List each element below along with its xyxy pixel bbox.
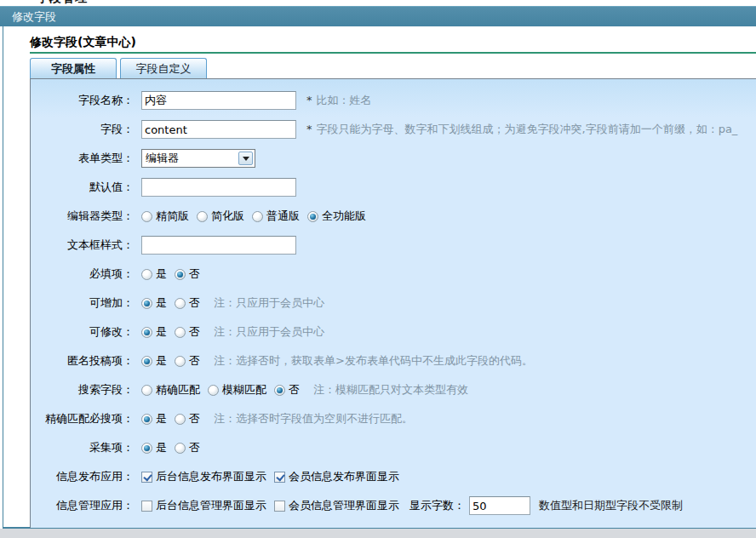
radio-button-icon	[141, 211, 152, 222]
form-row-editor-type: 编辑器类型：精简版简化版普通版全功能版	[31, 202, 756, 231]
form-row-publish-display: 信息发布应用：后台信息发布界面显示会员信息发布界面显示	[31, 462, 756, 491]
radio-option-是[interactable]: 是	[141, 266, 167, 282]
field-name-input[interactable]	[141, 91, 296, 110]
radio-label: 精简版	[156, 209, 189, 224]
page-title: 修改字段(文章中心)	[30, 26, 756, 54]
field-label-textbox-style: 文本框样式：	[31, 238, 141, 253]
radio-label: 精确匹配	[156, 382, 200, 398]
display-count-input[interactable]	[469, 496, 530, 515]
form-row-form-type: 表单类型：编辑器	[31, 144, 756, 173]
field-hint: *比如：姓名	[306, 93, 372, 108]
clipped-breadcrumb-text: 字段管理	[37, 0, 88, 6]
radio-option-是[interactable]: 是	[141, 411, 167, 426]
radio-label: 是	[156, 324, 167, 340]
radio-option-模糊匹配[interactable]: 模糊匹配	[208, 382, 266, 398]
display-count-label: 显示字数：	[410, 498, 465, 513]
form-row-textbox-style: 文本框样式：	[31, 231, 756, 260]
radio-button-icon	[175, 414, 186, 425]
field-label-anonymous-post: 匿名投稿项：	[31, 353, 141, 369]
dropdown-arrow-icon[interactable]	[238, 152, 253, 165]
default-value-input[interactable]	[141, 178, 296, 197]
field-label-field-name: 字段名称：	[31, 93, 141, 108]
clipped-breadcrumb: 字段管理	[0, 0, 756, 6]
field-label-form-type: 表单类型：	[31, 151, 141, 166]
checkbox-icon	[141, 472, 152, 483]
checkbox-label: 后台信息发布界面显示	[156, 469, 266, 484]
radio-button-icon	[307, 211, 318, 222]
form-row-collect-item: 采集项：是否	[31, 433, 756, 462]
required-asterisk: *	[306, 94, 312, 106]
radio-label: 否	[289, 382, 300, 398]
form-row-can-modify: 可修改：是否注：只应用于会员中心	[31, 318, 756, 346]
form-row-manage-display: 信息管理应用：后台信息管理界面显示会员信息管理界面显示显示字数：数值型和日期型字…	[31, 491, 756, 520]
radio-option-否[interactable]: 否	[274, 382, 300, 398]
required-asterisk: *	[306, 123, 312, 135]
radio-option-精确匹配[interactable]: 精确匹配	[141, 382, 200, 398]
checkbox-label: 会员信息发布界面显示	[289, 469, 399, 484]
field-hint: *字段只能为字母、数字和下划线组成；为避免字段冲突,字段前请加一个前缀，如：pa…	[306, 122, 737, 137]
radio-button-icon	[175, 356, 186, 367]
radio-label: 普通版	[266, 209, 300, 224]
form-type-select[interactable]: 编辑器	[141, 149, 255, 168]
tab-field-custom[interactable]: 字段自定义	[120, 58, 207, 78]
form-row-field-name: 字段名称：*比如：姓名	[31, 86, 756, 115]
field-label-field-code: 字段：	[31, 122, 141, 137]
radio-option-否[interactable]: 否	[175, 411, 200, 426]
field-label-required: 必填项：	[31, 266, 141, 282]
radio-option-是[interactable]: 是	[141, 440, 167, 455]
radio-option-普通版[interactable]: 普通版	[252, 209, 300, 224]
checkbox-option-会员信息发布界面显示[interactable]: 会员信息发布界面显示	[274, 469, 399, 484]
checkbox-label: 后台信息管理界面显示	[156, 498, 266, 513]
radio-option-简化版[interactable]: 简化版	[197, 209, 244, 224]
form-row-default-value: 默认值：	[31, 173, 756, 202]
checkbox-icon	[141, 501, 152, 512]
radio-label: 否	[189, 353, 200, 369]
field-note: 注：模糊匹配只对文本类型有效	[313, 382, 468, 398]
radio-button-icon	[175, 298, 186, 309]
radio-label: 否	[189, 411, 200, 426]
checkbox-option-后台信息发布界面显示[interactable]: 后台信息发布界面显示	[141, 469, 266, 484]
form-row-search-field: 搜索字段：精确匹配模糊匹配否注：模糊匹配只对文本类型有效	[31, 375, 756, 404]
radio-option-否[interactable]: 否	[175, 324, 200, 340]
radio-button-icon	[141, 298, 152, 309]
field-note-plain: 数值型和日期型字段不受限制	[539, 498, 683, 513]
field-label-can-modify: 可修改：	[31, 324, 141, 340]
radio-button-icon	[141, 327, 152, 338]
radio-label: 模糊匹配	[222, 382, 266, 398]
radio-option-否[interactable]: 否	[175, 440, 200, 455]
radio-option-全功能版[interactable]: 全功能版	[307, 209, 366, 224]
radio-button-icon	[141, 356, 152, 367]
window-titlebar: 修改字段	[0, 6, 756, 26]
hint-text: 字段只能为字母、数字和下划线组成；为避免字段冲突,字段前请加一个前缀，如：pa_	[317, 123, 738, 135]
radio-label: 是	[156, 295, 167, 311]
checkbox-label: 会员信息管理界面显示	[289, 498, 399, 513]
checkbox-option-会员信息管理界面显示[interactable]: 会员信息管理界面显示	[274, 498, 399, 513]
radio-option-否[interactable]: 否	[175, 295, 200, 311]
form-row-anonymous-post: 匿名投稿项：是否注：选择否时，获取表单>发布表单代码中不生成此字段的代码。	[31, 346, 756, 375]
radio-option-精简版[interactable]: 精简版	[141, 209, 189, 224]
radio-label: 否	[189, 440, 200, 455]
radio-label: 全功能版	[322, 209, 366, 224]
radio-label: 是	[156, 353, 167, 369]
field-label-manage-display: 信息管理应用：	[31, 498, 141, 513]
page-background-gap	[0, 529, 756, 538]
textbox-style-input[interactable]	[141, 236, 296, 255]
field-label-search-field: 搜索字段：	[31, 382, 141, 398]
field-note: 注：只应用于会员中心	[214, 324, 324, 340]
tab-field-attributes[interactable]: 字段属性	[30, 58, 117, 78]
checkbox-option-后台信息管理界面显示[interactable]: 后台信息管理界面显示	[141, 498, 266, 513]
form-row-exact-match-required: 精确匹配必搜项：是否注：选择否时字段值为空则不进行匹配。	[31, 404, 756, 433]
form-row-field-code: 字段：*字段只能为字母、数字和下划线组成；为避免字段冲突,字段前请加一个前缀，如…	[31, 115, 756, 144]
field-note: 注：只应用于会员中心	[214, 295, 324, 311]
radio-option-否[interactable]: 否	[175, 266, 200, 282]
radio-button-icon	[208, 385, 219, 396]
radio-option-是[interactable]: 是	[141, 324, 167, 340]
field-code-input[interactable]	[141, 120, 296, 139]
radio-button-icon	[175, 327, 186, 338]
radio-option-是[interactable]: 是	[141, 353, 167, 369]
tab-bar: 字段属性字段自定义	[30, 58, 756, 78]
radio-label: 是	[156, 266, 167, 282]
radio-option-是[interactable]: 是	[141, 295, 167, 311]
select-value: 编辑器	[142, 151, 237, 166]
radio-option-否[interactable]: 否	[175, 353, 200, 369]
